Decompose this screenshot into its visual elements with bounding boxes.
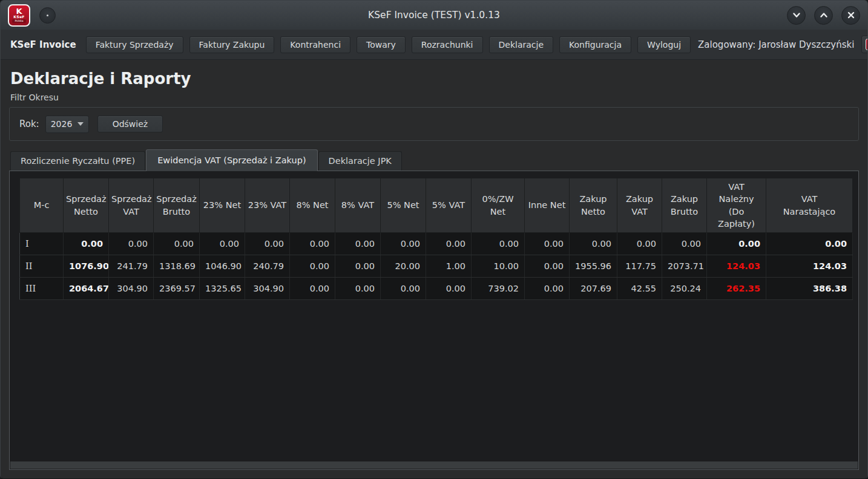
- cell-value[interactable]: 207.69: [570, 278, 617, 300]
- x-icon: [847, 11, 855, 19]
- column-header-sprzedaz-brutto[interactable]: Sprzedaż Brutto: [154, 178, 200, 233]
- page-title: Deklaracje i Raporty: [10, 70, 858, 88]
- column-header-inne-net[interactable]: Inne Net: [525, 178, 570, 233]
- app-logo-mini-icon: K: [866, 39, 868, 50]
- cell-value[interactable]: 0.00: [290, 233, 335, 255]
- cell-value[interactable]: 0.00: [200, 233, 245, 255]
- cell-value[interactable]: 0.00: [381, 278, 426, 300]
- cell-value[interactable]: 0.00: [290, 255, 335, 278]
- tab-ewidencja-vat-sprzedaz-i-zakup[interactable]: Ewidencja VAT (Sprzedaż i Zakup): [146, 149, 317, 171]
- cell-value[interactable]: 0.00: [472, 233, 525, 255]
- cell-value[interactable]: 0.00: [766, 233, 853, 255]
- cell-value[interactable]: 250.24: [662, 278, 707, 300]
- cell-value[interactable]: 0.00: [335, 233, 381, 255]
- cell-value[interactable]: 0.00: [154, 233, 200, 255]
- year-select[interactable]: 2026: [45, 116, 89, 133]
- vat-table: M-cSprzedaż NettoSprzedaż VATSprzedaż Br…: [19, 178, 853, 300]
- column-header-23-vat[interactable]: 23% VAT: [245, 178, 290, 233]
- cell-value[interactable]: 0.00: [525, 233, 570, 255]
- cell-month[interactable]: II: [20, 255, 64, 278]
- cell-value[interactable]: 1076.90: [64, 255, 109, 278]
- cell-value[interactable]: 42.55: [617, 278, 662, 300]
- cell-value[interactable]: 0.00: [707, 233, 766, 255]
- nav-button-kontrahenci[interactable]: Kontrahenci: [280, 36, 350, 53]
- about-button[interactable]: K O mnie: [861, 36, 868, 53]
- column-header-m-c[interactable]: M-c: [20, 178, 64, 233]
- column-header-5-net[interactable]: 5% Net: [381, 178, 426, 233]
- period-filter-group: Rok: 2026 Odśwież: [9, 107, 859, 141]
- nav-button-deklaracje[interactable]: Deklaracje: [489, 36, 554, 53]
- cell-value[interactable]: 20.00: [381, 255, 426, 278]
- chevron-down-icon: [77, 122, 84, 126]
- nav-button-faktury-zakupu[interactable]: Faktury Zakupu: [189, 36, 275, 53]
- cell-month[interactable]: I: [20, 233, 64, 255]
- close-button[interactable]: [841, 6, 860, 25]
- cell-value[interactable]: 386.38: [766, 278, 853, 300]
- cell-value[interactable]: 0.00: [525, 255, 570, 278]
- column-header-5-vat[interactable]: 5% VAT: [426, 178, 472, 233]
- window-title: KSeF Invoice (TEST) v1.0.13: [1, 10, 867, 21]
- cell-value[interactable]: 1955.96: [570, 255, 617, 278]
- nav-button-konfiguracja[interactable]: Konfiguracja: [559, 36, 631, 53]
- horizontal-scrollbar[interactable]: [10, 461, 858, 469]
- filter-section-label: Filtr Okresu: [10, 93, 858, 102]
- cell-value[interactable]: 1318.69: [154, 255, 200, 278]
- column-header-0-zw-net[interactable]: 0%/ZW Net: [472, 178, 525, 233]
- tab-rozliczenie-rycza-tu-ppe[interactable]: Rozliczenie Ryczałtu (PPE): [10, 151, 145, 171]
- cell-value[interactable]: 739.02: [472, 278, 525, 300]
- cell-value[interactable]: 10.00: [472, 255, 525, 278]
- column-header-sprzedaz-vat[interactable]: Sprzedaż VAT: [109, 178, 154, 233]
- nav-button-towary[interactable]: Towary: [357, 36, 406, 53]
- minimize-button[interactable]: [787, 6, 806, 25]
- cell-value[interactable]: 2064.67: [64, 278, 109, 300]
- cell-value[interactable]: 304.90: [245, 278, 290, 300]
- cell-value[interactable]: 0.00: [245, 233, 290, 255]
- column-header-8-net[interactable]: 8% Net: [290, 178, 335, 233]
- vat-table-body: I0.000.000.000.000.000.000.000.000.000.0…: [20, 233, 853, 300]
- cell-value[interactable]: 0.00: [617, 233, 662, 255]
- cell-value[interactable]: 0.00: [570, 233, 617, 255]
- app-logo-icon: K KSeF Polska: [8, 4, 30, 27]
- cell-value[interactable]: 0.00: [426, 278, 472, 300]
- cell-value[interactable]: 0.00: [290, 278, 335, 300]
- column-header-vat-narastajaco[interactable]: VAT Narastająco: [766, 178, 853, 233]
- cell-value[interactable]: 262.35: [707, 278, 766, 300]
- maximize-button[interactable]: [814, 6, 833, 25]
- cell-value[interactable]: 0.00: [426, 233, 472, 255]
- cell-value[interactable]: 1.00: [426, 255, 472, 278]
- cell-value[interactable]: 0.00: [525, 278, 570, 300]
- cell-value[interactable]: 124.03: [766, 255, 853, 278]
- cell-value[interactable]: 2369.57: [154, 278, 200, 300]
- cell-value[interactable]: 0.00: [64, 233, 109, 255]
- column-header-8-vat[interactable]: 8% VAT: [335, 178, 381, 233]
- column-header-zakup-vat[interactable]: Zakup VAT: [617, 178, 662, 233]
- column-header-vat-nalezny-do-zap-aty[interactable]: VAT Należny (Do Zapłaty): [707, 178, 766, 233]
- cell-value[interactable]: 2073.71: [662, 255, 707, 278]
- cell-value[interactable]: 0.00: [335, 278, 381, 300]
- cell-value[interactable]: 0.00: [109, 233, 154, 255]
- cell-value[interactable]: 117.75: [617, 255, 662, 278]
- cell-value[interactable]: 0.00: [662, 233, 707, 255]
- cell-value[interactable]: 0.00: [381, 233, 426, 255]
- cell-value[interactable]: 241.79: [109, 255, 154, 278]
- column-header-sprzedaz-netto[interactable]: Sprzedaż Netto: [64, 178, 109, 233]
- column-header-23-net[interactable]: 23% Net: [200, 178, 245, 233]
- cell-value[interactable]: 304.90: [109, 278, 154, 300]
- app-logo-line1: KSeF: [13, 15, 24, 19]
- nav-button-rozrachunki[interactable]: Rozrachunki: [412, 36, 483, 53]
- cell-month[interactable]: III: [20, 278, 64, 300]
- logout-button[interactable]: Wyloguj: [637, 36, 691, 53]
- cell-value[interactable]: 240.79: [245, 255, 290, 278]
- column-header-zakup-netto[interactable]: Zakup Netto: [570, 178, 617, 233]
- titlebar-menu-button[interactable]: [39, 7, 56, 24]
- table-row-ii: II1076.90241.791318.691046.90240.790.000…: [20, 255, 853, 278]
- brand-label: KSeF Invoice: [10, 39, 76, 50]
- refresh-button[interactable]: Odśwież: [97, 116, 163, 132]
- tab-deklaracje-jpk[interactable]: Deklaracje JPK: [318, 151, 402, 171]
- cell-value[interactable]: 1325.65: [200, 278, 245, 300]
- cell-value[interactable]: 124.03: [707, 255, 766, 278]
- column-header-zakup-brutto[interactable]: Zakup Brutto: [662, 178, 707, 233]
- cell-value[interactable]: 0.00: [335, 255, 381, 278]
- nav-button-faktury-sprzedazy[interactable]: Faktury Sprzedaży: [86, 36, 183, 53]
- cell-value[interactable]: 1046.90: [200, 255, 245, 278]
